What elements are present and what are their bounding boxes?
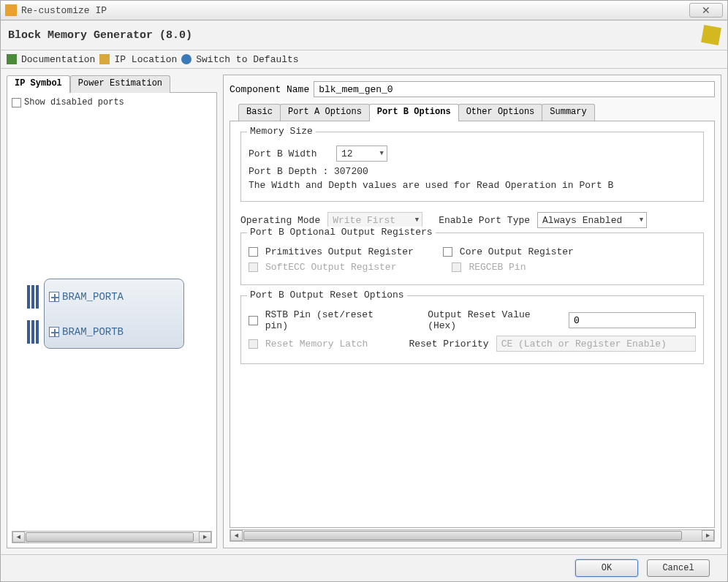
scrollbar-thumb[interactable] [26,532,194,542]
reset-priority-value: CE (Latch or Register Enable) [501,339,667,349]
chevron-down-icon: ▼ [415,216,419,224]
header-bar: Block Memory Generator (8.0) [0,20,728,50]
enable-port-type-combo[interactable]: Always Enabled ▼ [537,212,647,228]
rstb-pin-checkbox[interactable] [249,316,258,325]
reset-memory-latch-checkbox [249,339,258,349]
show-disabled-ports-checkbox[interactable] [12,98,21,107]
title-bar: Re-customize IP ✕ [0,0,728,20]
port-b-bus-icon [27,320,40,344]
memory-size-legend: Memory Size [247,126,316,137]
operating-mode-label: Operating Mode [240,215,320,226]
main-area: IP Symbol Power Estimation Show disabled… [0,69,728,554]
bottom-bar: OK Cancel [0,554,728,582]
cancel-button[interactable]: Cancel [647,559,710,577]
config-tabs: Basic Port A Options Port B Options Othe… [230,103,715,121]
window-title: Re-customize IP [21,5,689,16]
left-body: Show disabled ports BRAM_PORTA BRAM_PORT… [7,92,217,548]
ip-block: BRAM_PORTA BRAM_PORTB [44,279,184,349]
generator-title: Block Memory Generator (8.0) [8,29,192,42]
reset-memory-latch-label: Reset Memory Latch [265,339,368,349]
scroll-right-button[interactable]: ► [199,532,211,543]
documentation-link[interactable]: Documentation [21,54,95,65]
port-b-depth-text: Port B Depth : 307200 [249,166,696,177]
port-a-bus-icon [27,285,40,309]
scroll-right-button[interactable]: ► [702,530,714,541]
component-name-input[interactable] [314,81,715,97]
operating-mode-combo: Write First ▼ [327,212,422,228]
switch-defaults-link[interactable]: Switch to Defaults [196,54,298,65]
component-name-label: Component Name [230,84,309,95]
close-button[interactable]: ✕ [689,3,723,18]
memory-size-group: Memory Size Port B Width 12 ▼ Port B Dep… [240,132,704,202]
tab-basic[interactable]: Basic [238,104,281,121]
memory-size-note: The Width and Depth values are used for … [249,180,696,191]
reset-priority-combo: CE (Latch or Register Enable) [496,336,696,352]
enable-port-type-value: Always Enabled [542,215,622,226]
tab-power-estimation[interactable]: Power Estimation [70,75,170,93]
tab-port-b[interactable]: Port B Options [369,104,459,121]
primitives-output-label: Primitives Output Register [265,246,414,257]
tab-port-a[interactable]: Port A Options [280,104,370,121]
output-reset-value-input[interactable] [569,312,696,328]
toolbar: Documentation IP Location Switch to Defa… [0,50,728,69]
softecc-output-checkbox [249,262,258,272]
reset-options-legend: Port B Output Reset Options [247,290,407,301]
operating-row: Operating Mode Write First ▼ Enable Port… [240,212,704,228]
regceb-pin-label: REGCEB Pin [469,262,526,273]
component-name-row: Component Name [230,81,715,97]
primitives-output-checkbox[interactable] [249,247,258,257]
right-panel: Component Name Basic Port A Options Port… [223,75,721,548]
core-output-label: Core Output Register [460,246,574,257]
show-disabled-ports-label: Show disabled ports [24,97,124,107]
rstb-pin-label: RSTB Pin (set/reset pin) [265,309,399,331]
documentation-icon [7,54,17,64]
optional-registers-legend: Port B Optional Output Registers [247,227,436,238]
tab-summary[interactable]: Summary [542,104,594,121]
operating-mode-value: Write First [333,215,395,226]
reset-options-group: Port B Output Reset Options RSTB Pin (se… [240,295,704,364]
port-b-label: BRAM_PORTB [62,326,124,338]
tab-body: Memory Size Port B Width 12 ▼ Port B Dep… [230,121,715,528]
left-panel: IP Symbol Power Estimation Show disabled… [7,75,217,548]
left-h-scrollbar[interactable]: ◄ ► [12,531,212,543]
chevron-down-icon: ▼ [640,216,643,224]
output-reset-value-label: Output Reset Value (Hex) [428,309,561,331]
expand-port-b-icon[interactable] [49,327,59,337]
port-b-width-value: 12 [341,148,353,159]
optional-registers-group: Port B Optional Output Registers Primiti… [240,233,704,285]
softecc-output-label: SoftECC Output Register [265,262,396,273]
port-b-width-label: Port B Width [249,148,329,159]
tab-other[interactable]: Other Options [458,104,543,121]
regceb-pin-checkbox [452,262,461,272]
scroll-left-button[interactable]: ◄ [230,530,243,541]
left-tabs: IP Symbol Power Estimation [7,75,217,92]
tab-ip-symbol[interactable]: IP Symbol [7,75,70,93]
port-b-row[interactable]: BRAM_PORTB [45,314,183,349]
ok-button[interactable]: OK [575,559,638,577]
show-disabled-ports-row: Show disabled ports [12,97,212,107]
expand-port-a-icon[interactable] [49,292,59,302]
core-output-checkbox[interactable] [443,247,452,257]
scroll-left-button[interactable]: ◄ [12,532,25,543]
port-a-label: BRAM_PORTA [62,291,124,303]
enable-port-type-label: Enable Port Type [439,215,530,226]
app-icon [5,4,17,16]
ip-location-link[interactable]: IP Location [114,54,177,65]
port-b-width-combo[interactable]: 12 ▼ [336,146,387,162]
reset-priority-label: Reset Priority [409,339,488,349]
ip-diagram[interactable]: BRAM_PORTA BRAM_PORTB [12,110,212,529]
right-h-scrollbar[interactable]: ◄ ► [230,529,715,542]
chevron-down-icon: ▼ [380,150,384,157]
port-a-row[interactable]: BRAM_PORTA [45,279,183,314]
vivado-logo-icon [701,25,721,45]
switch-icon [181,54,192,64]
folder-icon [99,54,110,64]
scrollbar-thumb[interactable] [243,531,682,540]
